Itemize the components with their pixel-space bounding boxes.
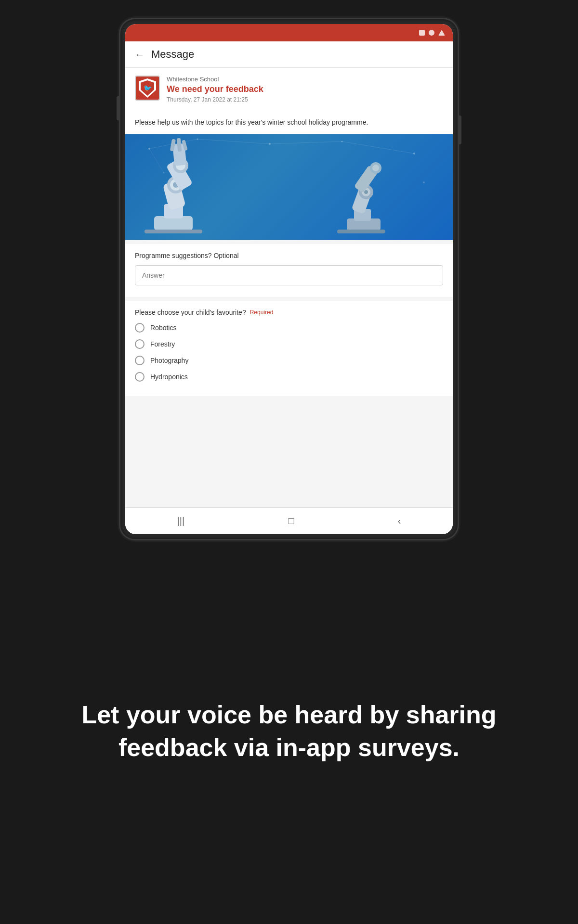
svg-point-6 xyxy=(423,181,425,183)
radio-circle-hydroponics xyxy=(135,372,144,382)
programme-question-section: Programme suggestions? Optional xyxy=(125,244,453,297)
status-icon-square xyxy=(419,30,425,36)
page-title: Message xyxy=(151,48,194,61)
radio-label-robotics: Robotics xyxy=(150,324,176,332)
radio-label-photography: Photography xyxy=(150,357,188,364)
choice-question-text: Please choose your child's favourite? xyxy=(135,308,246,316)
message-info: Whitestone School We need your feedback … xyxy=(167,76,443,103)
choice-section: Please choose your child's favourite? Re… xyxy=(125,301,453,396)
status-bar xyxy=(125,24,453,41)
side-button-right xyxy=(459,116,461,144)
promo-section: Let your voice be heard by sharing feedb… xyxy=(0,539,578,924)
bottom-nav: ||| □ ‹ xyxy=(125,507,453,534)
status-icon-circle xyxy=(429,30,434,36)
nav-back-icon[interactable]: ‹ xyxy=(398,515,401,526)
radio-option-robotics[interactable]: Robotics xyxy=(135,323,443,333)
school-name: Whitestone School xyxy=(167,76,443,83)
radio-label-forestry: Forestry xyxy=(150,340,175,348)
radio-option-hydroponics[interactable]: Hydroponics xyxy=(135,372,443,382)
message-date: Thursday, 27 Jan 2022 at 21:25 xyxy=(167,96,443,103)
choice-question-label: Please choose your child's favourite? Re… xyxy=(135,308,443,316)
radio-label-hydroponics: Hydroponics xyxy=(150,373,188,381)
scroll-content[interactable]: Please help us with the topics for this … xyxy=(125,111,453,507)
radio-option-forestry[interactable]: Forestry xyxy=(135,339,443,349)
radio-circle-robotics xyxy=(135,323,144,333)
svg-rect-35 xyxy=(144,230,202,233)
svg-rect-36 xyxy=(337,230,385,233)
programme-question-label: Programme suggestions? Optional xyxy=(135,252,443,259)
svg-line-10 xyxy=(270,141,342,144)
side-button-left xyxy=(117,96,119,120)
tablet-device: ← Message 🐦 Whitestone School xyxy=(120,19,458,539)
school-logo-bird: 🐦 xyxy=(144,84,152,92)
school-logo: 🐦 xyxy=(135,76,160,101)
robot-image xyxy=(125,134,453,240)
nav-recents-icon[interactable]: ||| xyxy=(177,515,185,526)
message-subject: We need your feedback xyxy=(167,84,443,94)
radio-option-photography[interactable]: Photography xyxy=(135,356,443,365)
survey-intro-section: Please help us with the topics for this … xyxy=(125,111,453,240)
promo-text: Let your voice be heard by sharing feedb… xyxy=(48,699,530,764)
radio-circle-photography xyxy=(135,356,144,365)
answer-input[interactable] xyxy=(135,265,443,285)
svg-line-11 xyxy=(342,141,414,154)
bottom-space xyxy=(125,396,453,435)
svg-point-34 xyxy=(372,165,379,171)
required-badge: Required xyxy=(250,309,274,316)
app-header: ← Message xyxy=(125,41,453,68)
survey-intro-text: Please help us with the topics for this … xyxy=(125,111,453,134)
status-icon-signal xyxy=(438,30,445,36)
message-card: 🐦 Whitestone School We need your feedbac… xyxy=(125,68,453,111)
robot-svg xyxy=(125,134,453,240)
app-screen: ← Message 🐦 Whitestone School xyxy=(125,41,453,534)
nav-home-icon[interactable]: □ xyxy=(288,515,294,526)
back-button[interactable]: ← xyxy=(135,49,144,60)
svg-line-12 xyxy=(149,149,164,173)
tablet-screen: ← Message 🐦 Whitestone School xyxy=(125,24,453,534)
radio-circle-forestry xyxy=(135,339,144,349)
svg-line-9 xyxy=(197,139,270,144)
